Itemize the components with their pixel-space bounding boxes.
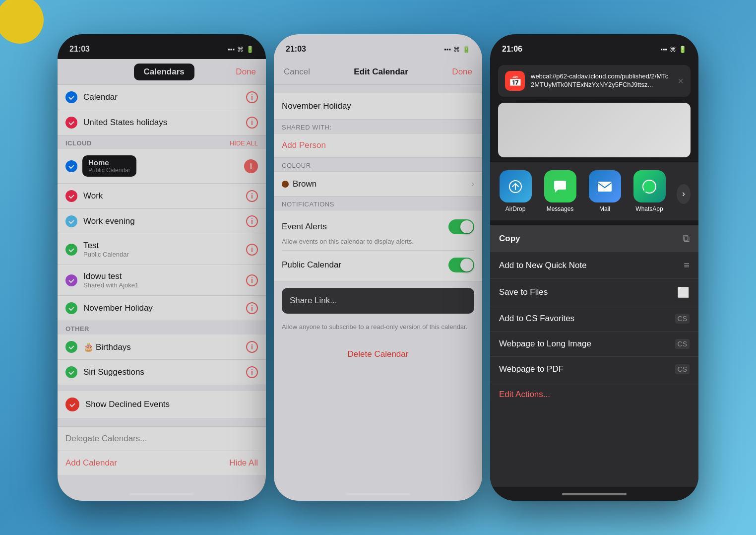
hide-all-btn[interactable]: Hide All [229, 458, 258, 468]
share-link-btn[interactable]: Share Link... [282, 288, 474, 314]
work-evening-item[interactable]: Work evening i [58, 209, 266, 234]
share-preview [498, 103, 691, 157]
phone-3: 21:06 ▪▪▪ ⌘ 🔋 📅 webcal://p62-caldav.iclo… [490, 34, 698, 501]
messages-icon [544, 170, 576, 202]
mail-app[interactable]: Mail [587, 170, 622, 212]
cancel-btn[interactable]: Cancel [284, 67, 310, 77]
public-cal-row: Public Calendar [282, 256, 474, 274]
status-icons-2: ▪▪▪ ⌘ 🔋 [444, 46, 470, 53]
calendars-list: Calendar i United States holidays i ICLO… [58, 85, 266, 487]
idowu-item[interactable]: Idowu test Shared with Ajoke1 i [58, 265, 266, 296]
add-person-row[interactable]: Add Person [274, 133, 482, 158]
battery-icon-3: 🔋 [679, 46, 687, 53]
calendar-info-btn[interactable]: i [246, 91, 258, 103]
notifications-label: NOTIFICATIONS [274, 197, 482, 210]
cs-fav-action[interactable]: Add to CS Favorites CS [490, 306, 698, 332]
files-icon: ⬜ [677, 286, 690, 298]
home-tooltip-title: Home [88, 158, 130, 167]
long-image-action[interactable]: Webpage to Long Image CS [490, 332, 698, 357]
idowu-check [65, 274, 77, 286]
calendar-url-icon: 📅 [505, 71, 525, 91]
us-holidays-item[interactable]: United States holidays i [58, 110, 266, 135]
event-alerts-sub: Allow events on this calendar to display… [282, 238, 474, 245]
siri-item[interactable]: Siri Suggestions i [58, 360, 266, 385]
whatsapp-icon [633, 170, 666, 202]
screen-3: 📅 webcal://p62-caldav.icloud.com/publish… [490, 59, 698, 487]
long-image-icon: CS [675, 339, 690, 349]
calendar-label: Calendar [83, 92, 240, 102]
home-info-red[interactable]: i [244, 159, 258, 173]
screen-2: Cancel Edit Calendar Done November Holid… [274, 59, 482, 487]
home-item[interactable]: Home Public Calendar i [58, 149, 266, 184]
home-check [65, 160, 77, 172]
done-btn-2[interactable]: Done [452, 67, 472, 77]
test-item[interactable]: Test Public Calendar i [58, 234, 266, 265]
mail-icon [589, 170, 621, 202]
holidays-check [65, 117, 77, 129]
add-person-btn[interactable]: Add Person [282, 140, 326, 150]
pdf-action[interactable]: Webpage to PDF CS [490, 357, 698, 382]
save-files-action[interactable]: Save to Files ⬜ [490, 279, 698, 306]
work-evening-check [65, 215, 77, 227]
signal-icon-2: ▪▪▪ [444, 46, 451, 53]
wifi-icon-2: ⌘ [453, 46, 460, 53]
messages-app[interactable]: Messages [543, 170, 577, 212]
calendar-check-blue [65, 91, 77, 103]
shared-with-label: SHARED WITH: [274, 120, 482, 133]
calendars-title: Calendars [134, 64, 194, 80]
colour-label: COLOUR [274, 158, 482, 171]
november-info-btn[interactable]: i [246, 302, 258, 314]
color-dot-brown [282, 181, 289, 188]
copy-action[interactable]: Copy ⧉ [490, 225, 698, 252]
work-evening-label: Work evening [83, 216, 240, 226]
calendar-item[interactable]: Calendar i [58, 85, 266, 110]
event-alerts-toggle[interactable] [448, 219, 474, 234]
whatsapp-app[interactable]: WhatsApp [632, 170, 667, 212]
work-evening-info-btn[interactable]: i [246, 215, 258, 227]
holidays-info-btn[interactable]: i [246, 117, 258, 129]
status-bar-2: 21:03 ▪▪▪ ⌘ 🔋 [274, 34, 482, 59]
test-sub: Public Calendar [83, 251, 240, 258]
whatsapp-label: WhatsApp [635, 205, 663, 212]
bottom-bar-2 [274, 487, 482, 501]
url-text: webcal://p62-caldav.icloud.com/published… [531, 72, 672, 89]
calendar-name-field[interactable]: November Holiday [274, 93, 482, 120]
edit-actions-row[interactable]: Edit Actions... [490, 382, 698, 407]
cs-fav-label: Add to CS Favorites [499, 314, 574, 324]
icloud-section-header: ICLOUD HIDE ALL [58, 135, 266, 149]
colour-row[interactable]: Brown › [274, 171, 482, 197]
airdrop-app[interactable]: AirDrop [498, 170, 533, 212]
add-calendar-btn[interactable]: Add Calendar [65, 458, 117, 468]
work-info-btn[interactable]: i [246, 190, 258, 202]
quick-note-action[interactable]: Add to New Quick Note ≡ [490, 252, 698, 279]
copy-icon: ⧉ [683, 233, 690, 244]
delete-calendar-btn[interactable]: Delete Calendar [274, 341, 482, 367]
icloud-label: ICLOUD [65, 139, 92, 147]
hide-all-header[interactable]: HIDE ALL [230, 139, 258, 147]
delegate-label[interactable]: Delegate Calendars... [65, 434, 147, 443]
public-cal-toggle[interactable] [448, 258, 474, 272]
done-button-1[interactable]: Done [236, 67, 256, 77]
idowu-info-btn[interactable]: i [246, 274, 258, 286]
home-indicator-3 [562, 493, 627, 495]
test-info-btn[interactable]: i [246, 244, 258, 256]
home-tooltip: Home Public Calendar [82, 155, 136, 177]
edit-actions-label: Edit Actions... [499, 390, 550, 400]
quick-note-label: Add to New Quick Note [499, 261, 587, 270]
birthdays-info-btn[interactable]: i [246, 341, 258, 353]
test-check [65, 244, 77, 256]
birthdays-item[interactable]: 🎂Birthdays i [58, 334, 266, 360]
screen-1: Calendars Done Calendar i Unite [58, 59, 266, 487]
share-actions-list: Copy ⧉ Add to New Quick Note ≡ Save to F… [490, 225, 698, 487]
svg-rect-2 [598, 182, 612, 192]
more-apps-btn[interactable]: › [677, 184, 691, 204]
siri-info-btn[interactable]: i [246, 366, 258, 378]
close-url-btn[interactable]: × [678, 75, 684, 87]
november-item[interactable]: November Holiday i [58, 296, 266, 321]
idowu-label: Idowu test [83, 271, 240, 281]
work-label: Work [83, 191, 240, 201]
work-item[interactable]: Work i [58, 184, 266, 209]
declined-item[interactable]: Show Declined Events [58, 391, 266, 418]
signal-icon-1: ▪▪▪ [228, 46, 235, 53]
other-label: OTHER [65, 325, 89, 333]
